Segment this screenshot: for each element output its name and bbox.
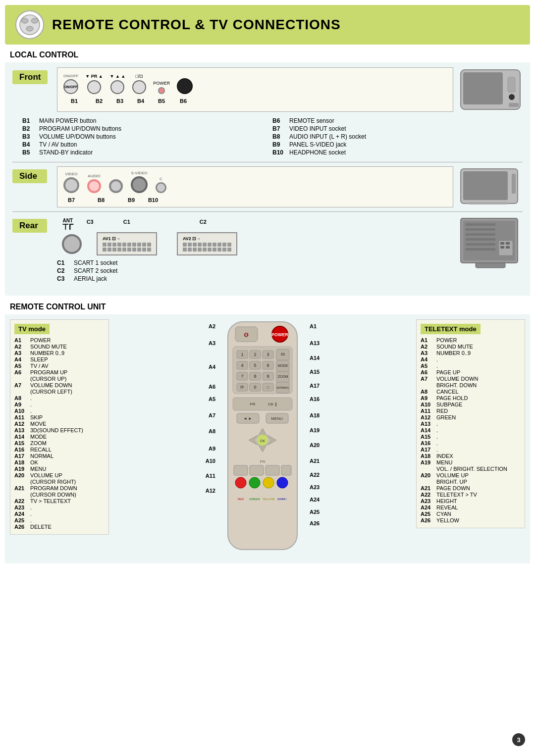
svg-rect-12 [512, 174, 516, 194]
front-desc-right: B6 REMOTE sensor B7 VIDEO INPUT socket B… [272, 117, 513, 157]
c1-label-top: C1 [123, 219, 130, 225]
tv-a18: A18OK [14, 459, 105, 465]
b9-label: B9 [123, 197, 140, 203]
tv-front-svg [458, 67, 523, 112]
tv-mode-list: A1POWER A2SOUND MUTE A3NUMBER 0..9 A4SLE… [14, 337, 105, 530]
tv-rear-image [458, 216, 523, 272]
desc-c2: C2 SCART 2 socket [57, 267, 453, 274]
tv-a21-sub: (CURSOR DOWN) [14, 492, 105, 498]
svg-rect-27 [476, 263, 505, 268]
svg-rect-13 [468, 202, 508, 204]
tv-a3: A3NUMBER 0..9 [14, 350, 105, 356]
a26-right-label: A26 [310, 520, 320, 526]
tt-a8: A8CANCEL [421, 389, 521, 395]
b1-label: B1 [63, 98, 85, 104]
tv-mode-header: TV mode [14, 324, 50, 334]
desc-b8: B8 AUDIO INPUT (L + R) socket [272, 133, 513, 140]
desc-c1: C1 SCART 1 socket [57, 259, 453, 266]
remote-diagram-col: A2 A3 A4 A6 A5 A7 A8 A9 A10 A11 A12 A1 A… [114, 319, 411, 558]
svg-rect-82 [266, 465, 279, 475]
tt-a25: A25CYAN [421, 511, 521, 517]
tt-a23: A23HEIGHT [421, 498, 521, 504]
svg-text:0: 0 [254, 385, 256, 390]
a23-right-label: A23 [310, 484, 320, 490]
a22-right-label: A22 [310, 472, 320, 478]
desc-c3: C3 AERIAL jack [57, 275, 453, 282]
tv-a25: A25. [14, 517, 105, 523]
tt-a12: A12GREEN [421, 414, 521, 420]
svg-text:RED: RED [238, 498, 244, 501]
tv-a22: A22TV > TELETEXT [14, 498, 105, 504]
svg-text:4: 4 [241, 363, 243, 368]
remote-control-section: TV mode A1POWER A2SOUND MUTE A3NUMBER 0.… [5, 314, 530, 563]
local-control-title: LOCAL CONTROL [10, 50, 525, 59]
brand-logo-icon [15, 10, 45, 40]
teletext-mode-header: TELETEXT mode [421, 324, 481, 334]
desc-b2: B2 PROGRAM UP/DOWN buttons [22, 125, 263, 132]
a17-right-label: A17 [310, 383, 320, 389]
side-b8-left-conn: AUDIO [87, 174, 101, 193]
svg-point-87 [277, 477, 288, 488]
c2-label-top: C2 [200, 219, 207, 225]
desc-b9: B9 PANEL S-VIDEO jack [272, 141, 513, 148]
tv-a26: A26DELETE [14, 524, 105, 530]
b6-label: B6 [175, 98, 191, 104]
local-control-section: Front ON/OFF ON/OFF ▼ PR ▲ ▼ ▲ ▲ [5, 62, 530, 296]
tt-a5: A5. [421, 363, 521, 369]
a25-right-label: A25 [310, 509, 320, 515]
aerial-connector [62, 234, 82, 254]
tv-a23: A23. [14, 504, 105, 510]
remote-content-layout: TV mode A1POWER A2SOUND MUTE A3NUMBER 0.… [10, 319, 525, 558]
tv-a8: A8. [14, 395, 105, 401]
tt-a20-sub: BRIGHT. UP [421, 479, 521, 485]
tv-a11: A11SKIP [14, 414, 105, 420]
tv-a2: A2SOUND MUTE [14, 344, 105, 350]
tt-a21: A21PAGE DOWN [421, 485, 521, 491]
svg-text:OK: OK [260, 439, 265, 443]
a5-left-label: A5 [209, 396, 215, 402]
tt-a9: A9PAGE HOLD [421, 395, 521, 401]
tt-a14: A14. [421, 427, 521, 433]
svg-rect-6 [463, 72, 503, 104]
svg-text:6: 6 [267, 363, 269, 368]
c3-label-top: C3 [87, 219, 94, 225]
tt-a7-sub: BRIGHT. DOWN [421, 382, 521, 388]
page-number: 3 [512, 733, 525, 746]
a14-right-label: A14 [310, 355, 320, 361]
svg-text:GREEN: GREEN [249, 498, 260, 501]
tv-a20: A20VOLUME UP [14, 472, 105, 478]
tt-a1: A1POWER [421, 337, 521, 343]
svg-rect-21 [466, 248, 495, 251]
svg-text:MODE: MODE [278, 364, 288, 367]
side-connector-area: VIDEO AUDIO . S-VIDEO [63, 171, 447, 195]
b4-label: B4 [134, 98, 148, 104]
tv-a10: A10. [14, 408, 105, 414]
tt-a26: A26YELLOW [421, 517, 521, 523]
svg-rect-17 [466, 228, 495, 231]
front-desc-table: B1 MAIN POWER button B2 PROGRAM UP/DOWN … [22, 117, 513, 157]
header: REMOTE CONTROL & TV CONNECTIONS [5, 5, 530, 45]
svg-rect-9 [509, 103, 519, 107]
svg-text:8: 8 [254, 374, 256, 379]
svg-rect-25 [500, 246, 504, 249]
svg-rect-16 [466, 223, 495, 226]
tt-a20: A20VOLUME UP [421, 472, 521, 478]
a9-left-label: A9 [209, 446, 215, 452]
svg-rect-83 [281, 465, 291, 475]
b3-label: B3 [113, 98, 127, 104]
tt-a2: A2SOUND MUTE [421, 344, 521, 350]
desc-b3: B3 VOLUME UP/DOWN buttons [22, 133, 263, 140]
tt-a19: A19MENU [421, 459, 521, 465]
desc-b7: B7 VIDEO INPUT socket [272, 125, 513, 132]
tv-side-svg [458, 166, 523, 206]
desc-b6: B6 REMOTE sensor [272, 117, 513, 124]
tt-a15: A15. [421, 434, 521, 440]
a1-right-label: A1 [310, 323, 317, 329]
svg-point-2 [21, 18, 28, 23]
svg-rect-11 [463, 171, 508, 200]
tv-mode-panel: TV mode A1POWER A2SOUND MUTE A3NUMBER 0.… [10, 319, 109, 535]
side-b10-conn: C [156, 177, 166, 193]
side-b8-right-conn: . [109, 174, 123, 193]
a19-right-label: A19 [310, 427, 320, 433]
tt-a19-sub: VOL. / BRIGHT. SELECTION [421, 466, 521, 472]
